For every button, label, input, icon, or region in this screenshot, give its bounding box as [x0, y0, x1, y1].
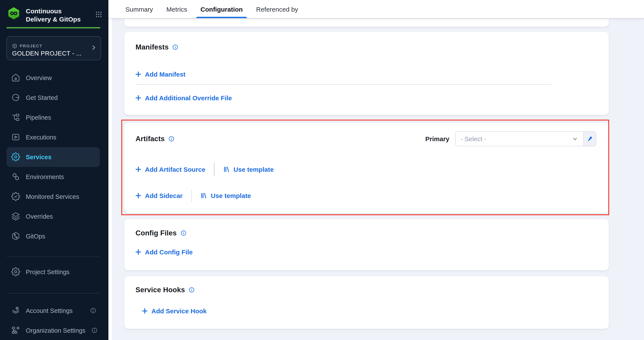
plus-icon	[136, 166, 141, 172]
vertical-divider	[191, 189, 192, 202]
plus-icon	[136, 193, 141, 198]
add-manifest-button[interactable]: Add Manifest	[136, 71, 186, 78]
tab-metrics[interactable]: Metrics	[166, 0, 188, 18]
artifacts-card: Artifacts Primary - Select -	[124, 123, 609, 213]
sidebar-item-organization-settings[interactable]: Organization Settings	[6, 320, 100, 340]
manifests-card: Manifests Add Manifest Add Addition	[124, 32, 609, 115]
plus-icon	[136, 249, 141, 255]
gitops-icon	[11, 231, 20, 241]
previous-card-partial	[124, 19, 609, 27]
content-area: Manifests Add Manifest Add Addition	[108, 18, 644, 340]
manifests-title: Manifests	[136, 43, 169, 51]
add-service-hook-button[interactable]: Add Service Hook	[142, 307, 207, 315]
brand-header: Continuous Delivery & GitOps	[0, 0, 108, 23]
sidebar-nav: Overview Get Started Pipelines Execution…	[6, 68, 100, 246]
monitored-services-icon	[11, 192, 20, 201]
primary-artifact-control: Primary - Select -	[425, 131, 596, 146]
plus-icon	[136, 95, 141, 101]
pipelines-icon	[11, 113, 20, 122]
add-artifact-source-button[interactable]: Add Artifact Source	[136, 165, 206, 173]
cube-icon	[12, 43, 17, 49]
info-icon[interactable]	[172, 44, 178, 50]
service-hooks-title: Service Hooks	[136, 285, 185, 294]
home-icon	[11, 73, 20, 82]
info-icon[interactable]	[180, 230, 186, 236]
info-icon[interactable]	[188, 286, 195, 293]
sidebar-item-overview[interactable]: Overview	[6, 68, 100, 88]
sidebar-nav-tertiary: Account Settings Organization Settings	[6, 301, 100, 340]
sidebar-item-gitops[interactable]: GitOps	[6, 226, 100, 246]
tab-configuration[interactable]: Configuration	[200, 0, 244, 18]
vertical-divider	[214, 163, 215, 176]
tab-referenced-by[interactable]: Referenced by	[255, 0, 299, 18]
grid-dots-icon	[95, 11, 102, 18]
select-placeholder: - Select -	[460, 135, 486, 142]
pushpin-icon	[586, 135, 593, 142]
template-library-icon	[223, 166, 230, 172]
project-eyebrow: PROJECT	[12, 43, 88, 49]
module-title: Continuous Delivery & GitOps	[26, 7, 82, 23]
sidebar-divider	[6, 256, 100, 257]
get-started-icon	[11, 93, 20, 102]
environments-icon	[11, 172, 20, 181]
sidebar-item-get-started[interactable]: Get Started	[6, 88, 100, 107]
executions-icon	[11, 133, 20, 142]
sidebar-item-overrides[interactable]: Overrides	[6, 206, 100, 226]
artifacts-title: Artifacts	[136, 135, 165, 143]
primary-artifact-select[interactable]: - Select -	[455, 131, 584, 146]
project-label: PROJECT	[20, 44, 42, 48]
add-config-file-button[interactable]: Add Config File	[136, 248, 193, 255]
main-area: Summary Metrics Configuration Referenced…	[108, 0, 644, 340]
module-switcher-button[interactable]	[95, 11, 102, 18]
sidebar-nav-secondary: Project Settings	[6, 262, 100, 282]
harness-cd-logo-icon	[7, 7, 20, 20]
sidebar: Continuous Delivery & GitOps PROJECT GOL…	[0, 0, 108, 340]
sidebar-divider	[6, 293, 100, 293]
sidebar-item-account-settings[interactable]: Account Settings	[6, 301, 100, 320]
plus-icon	[142, 308, 148, 314]
sidebar-item-monitored-services[interactable]: Monitored Services	[6, 187, 100, 206]
info-icon[interactable]	[90, 307, 96, 314]
chevron-down-icon	[572, 136, 578, 142]
use-template-artifact-button[interactable]: Use template	[223, 165, 274, 173]
content-panel: Manifests Add Manifest Add Addition	[112, 18, 644, 340]
sidebar-item-executions[interactable]: Executions	[6, 127, 100, 147]
service-hooks-card: Service Hooks Add Service Hook	[124, 276, 609, 328]
project-settings-icon	[11, 267, 20, 276]
plus-icon	[136, 72, 141, 77]
config-files-title: Config Files	[136, 229, 176, 237]
sidebar-item-project-settings[interactable]: Project Settings	[6, 262, 100, 282]
template-library-icon	[200, 192, 207, 199]
tab-summary[interactable]: Summary	[124, 0, 154, 18]
organization-settings-icon	[11, 326, 20, 335]
info-icon[interactable]	[168, 135, 175, 142]
app-window: Continuous Delivery & GitOps PROJECT GOL…	[0, 0, 644, 340]
use-template-sidecar-button[interactable]: Use template	[200, 192, 251, 199]
services-gear-icon	[11, 152, 20, 161]
primary-label: Primary	[425, 135, 449, 142]
add-sidecar-button[interactable]: Add Sidecar	[136, 192, 182, 199]
sidebar-item-environments[interactable]: Environments	[6, 167, 100, 187]
add-additional-override-file-button[interactable]: Add Additional Override File	[136, 94, 232, 101]
overrides-icon	[11, 212, 20, 221]
sidebar-item-pipelines[interactable]: Pipelines	[6, 107, 100, 127]
manifest-divider	[136, 84, 552, 85]
account-settings-icon	[11, 306, 20, 315]
config-files-card: Config Files Add Config File	[124, 219, 609, 270]
pin-button[interactable]	[583, 131, 596, 146]
project-name: GOLDEN PROJECT - ...	[12, 50, 88, 57]
sidebar-item-services[interactable]: Services	[6, 147, 100, 167]
brand-underline	[6, 27, 100, 28]
tab-bar: Summary Metrics Configuration Referenced…	[108, 0, 644, 18]
info-icon[interactable]	[91, 327, 98, 333]
project-selector[interactable]: PROJECT GOLDEN PROJECT - ...	[6, 36, 101, 60]
chevron-right-icon	[91, 44, 97, 52]
